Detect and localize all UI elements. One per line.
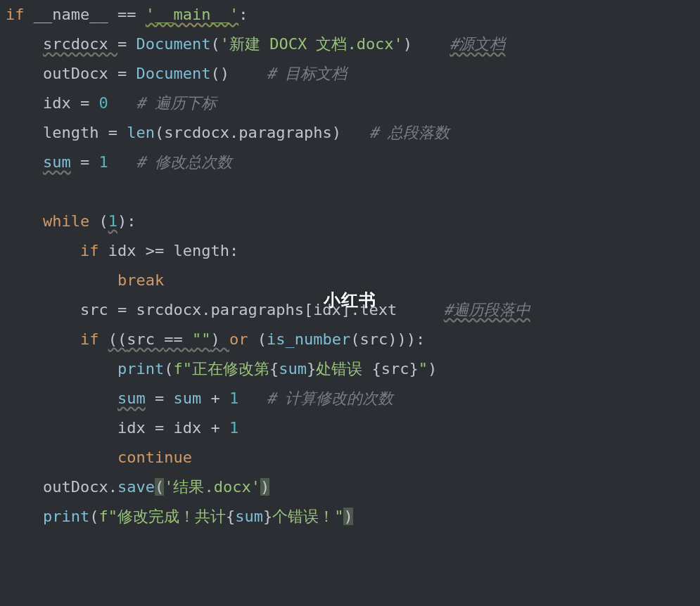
code-token: . xyxy=(350,301,359,318)
code-line[interactable]: if __name__ == '__main__': xyxy=(6,0,694,30)
code-token: f" xyxy=(98,508,117,525)
code-token: continue xyxy=(117,449,192,466)
code-line[interactable]: continue xyxy=(6,443,694,472)
code-token: ) xyxy=(210,330,229,348)
code-token: ( xyxy=(155,478,164,496)
code-token: sum xyxy=(235,508,263,525)
code-token: ) xyxy=(117,212,127,230)
code-token: (( xyxy=(108,330,127,348)
code-token: 1 xyxy=(98,153,108,171)
code-token: "" xyxy=(192,330,211,348)
code-token: idx xyxy=(313,301,341,318)
code-token: { xyxy=(269,360,279,378)
code-token: + xyxy=(210,389,229,407)
code-token: '结果.docx' xyxy=(164,478,260,496)
code-token: src xyxy=(359,330,388,348)
code-line[interactable]: srcdocx = Document('新建 DOCX 文档.docx') #源… xyxy=(6,30,694,59)
code-line[interactable]: outDocx.save('结果.docx') xyxy=(6,472,694,502)
code-token: 处错误 xyxy=(316,360,371,378)
code-token: 1 xyxy=(229,419,238,437)
code-token: ( xyxy=(257,330,267,348)
code-line[interactable]: print(f"正在修改第{sum}处错误 {src}") xyxy=(6,354,694,384)
code-token: __name__ xyxy=(34,6,117,23)
code-token: paragraphs xyxy=(238,124,331,141)
code-token: length xyxy=(173,242,229,259)
code-token xyxy=(108,94,136,112)
code-line[interactable]: print(f"修改完成！共计{sum}个错误！") xyxy=(6,502,694,531)
code-line[interactable]: outDocx = Document() # 目标文档 xyxy=(6,59,694,89)
code-token: '__main__' xyxy=(146,6,238,23)
code-token: outDocx xyxy=(43,478,108,496)
code-token: print xyxy=(43,508,89,525)
code-token: outDocx xyxy=(43,65,117,82)
code-token xyxy=(108,153,136,171)
code-line[interactable]: sum = 1 # 修改总次数 xyxy=(6,148,694,177)
code-token: # 修改总次数 xyxy=(136,153,232,171)
code-line[interactable]: if ((src == "") or (is_number(src))): xyxy=(6,325,694,354)
code-token: = xyxy=(117,35,136,53)
code-token: or xyxy=(229,330,257,348)
code-token: len xyxy=(127,124,155,141)
code-token: == xyxy=(117,6,146,23)
code-token: '新建 DOCX 文档.docx' xyxy=(220,35,403,53)
code-token: break xyxy=(117,271,164,289)
code-token: if xyxy=(80,242,108,259)
code-line[interactable]: src = srcdocx.paragraphs[idx].text #遍历段落… xyxy=(6,295,694,325)
code-token: ) xyxy=(332,124,341,141)
code-line[interactable]: length = len(srcdocx.paragraphs) # 总段落数 xyxy=(6,118,694,148)
code-token: if xyxy=(6,6,34,23)
code-token: paragraphs xyxy=(210,301,303,318)
code-token: Document xyxy=(136,65,210,82)
code-line[interactable]: idx = 0 # 遍历下标 xyxy=(6,89,694,118)
code-token: ) xyxy=(343,508,352,525)
code-token: ( xyxy=(98,212,108,230)
code-token: idx xyxy=(117,419,155,437)
code-token: text xyxy=(359,301,397,318)
code-token xyxy=(397,301,443,318)
code-token: () xyxy=(210,65,229,82)
code-token: idx xyxy=(43,94,80,112)
code-token: sum xyxy=(279,360,307,378)
code-token: { xyxy=(226,508,235,525)
code-token: 修改完成！共计 xyxy=(117,508,226,525)
code-token: print xyxy=(117,360,164,378)
code-token: ))) xyxy=(388,330,416,348)
code-token: + xyxy=(210,419,229,437)
code-token: = xyxy=(117,301,136,318)
code-line[interactable]: while (1): xyxy=(6,207,694,236)
code-token: " xyxy=(419,360,428,378)
code-token: while xyxy=(43,212,98,230)
code-token: >= xyxy=(146,242,174,259)
code-token xyxy=(412,35,450,53)
code-token xyxy=(146,389,155,407)
code-token: : xyxy=(127,212,136,230)
code-token: ( xyxy=(350,330,359,348)
code-token: save xyxy=(117,478,155,496)
code-token: src xyxy=(80,301,117,318)
code-token: # 目标文档 xyxy=(267,65,348,82)
code-token: } xyxy=(409,360,418,378)
code-token: # 计算修改的次数 xyxy=(267,389,394,407)
code-token: idx xyxy=(108,242,146,259)
code-token: srcdocx xyxy=(164,124,229,141)
code-token: : xyxy=(416,330,425,348)
code-token: sum xyxy=(43,153,71,171)
code-line[interactable] xyxy=(6,177,694,207)
code-token: } xyxy=(263,508,272,525)
code-line[interactable]: sum = sum + 1 # 计算修改的次数 xyxy=(6,384,694,413)
code-token: #源文档 xyxy=(450,35,505,53)
code-token: = xyxy=(80,153,99,171)
code-editor[interactable]: if __name__ == '__main__': srcdocx = Doc… xyxy=(0,0,700,531)
code-token: idx xyxy=(173,419,210,437)
code-token: srcdocx xyxy=(136,301,201,318)
code-token: 1 xyxy=(229,389,238,407)
code-line[interactable]: idx = idx + 1 xyxy=(6,413,694,443)
code-token: ) xyxy=(403,35,412,53)
code-line[interactable]: if idx >= length: xyxy=(6,236,694,266)
code-token: sum xyxy=(117,389,146,407)
code-token: 正在修改第 xyxy=(192,360,269,378)
code-token: Document xyxy=(136,35,210,53)
code-token: # 遍历下标 xyxy=(136,94,217,112)
code-token: { xyxy=(371,360,381,378)
code-line[interactable]: break xyxy=(6,266,694,295)
